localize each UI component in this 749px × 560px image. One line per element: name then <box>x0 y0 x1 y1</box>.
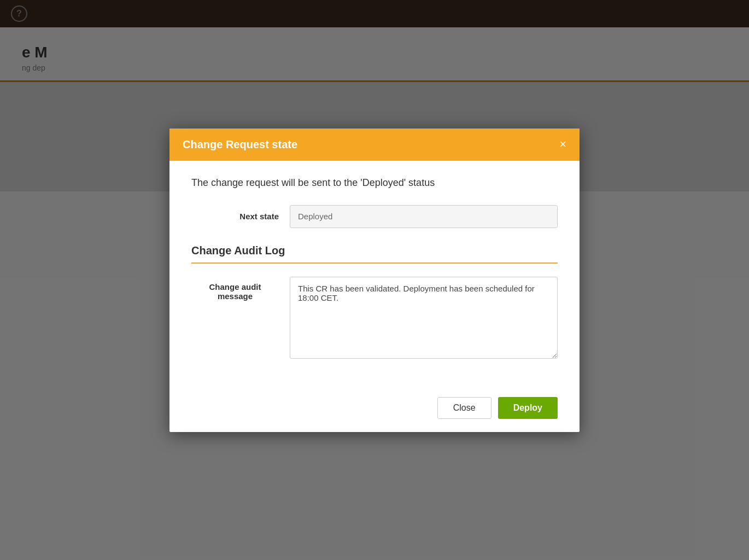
change-request-modal: Change Request state × The change reques… <box>169 129 580 432</box>
modal-description: The change request will be sent to the '… <box>191 177 558 189</box>
modal-overlay: Change Request state × The change reques… <box>0 0 749 560</box>
deploy-button[interactable]: Deploy <box>498 397 558 419</box>
audit-section-title: Change Audit Log <box>191 244 558 257</box>
audit-message-label: Change auditmessage <box>191 277 290 301</box>
next-state-label: Next state <box>191 212 290 221</box>
modal-close-button[interactable]: × <box>559 138 566 150</box>
audit-section-header: Change Audit Log <box>191 244 558 257</box>
modal-footer: Close Deploy <box>169 386 580 432</box>
modal-header: Change Request state × <box>169 129 580 161</box>
close-button[interactable]: Close <box>437 397 491 419</box>
next-state-row: Next state <box>191 205 558 228</box>
modal-body: The change request will be sent to the '… <box>169 161 580 381</box>
audit-message-textarea[interactable]: This CR has been validated. Deployment h… <box>290 277 558 359</box>
audit-message-row: Change auditmessage This CR has been val… <box>191 277 558 359</box>
modal-title: Change Request state <box>183 138 297 151</box>
audit-section-divider <box>191 262 558 264</box>
next-state-input <box>290 205 558 228</box>
audit-log-section: Change Audit Log Change auditmessage Thi… <box>191 244 558 381</box>
